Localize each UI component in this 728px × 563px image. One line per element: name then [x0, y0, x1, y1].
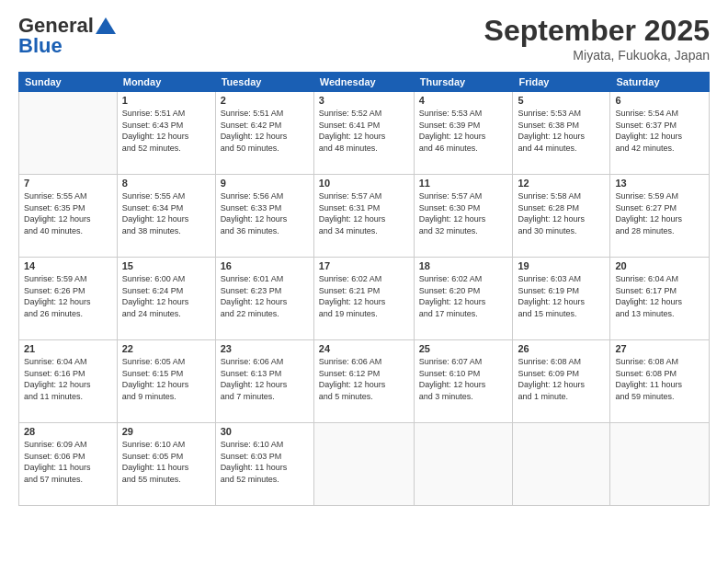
logo-blue: Blue [18, 34, 63, 58]
week-row-2: 14Sunrise: 5:59 AM Sunset: 6:26 PM Dayli… [19, 258, 710, 340]
day-info: Sunrise: 5:56 AM Sunset: 6:33 PM Dayligh… [221, 190, 309, 236]
table-cell [610, 423, 710, 506]
table-cell: 17Sunrise: 6:02 AM Sunset: 6:21 PM Dayli… [313, 258, 414, 340]
day-number: 26 [518, 343, 605, 354]
calendar-table: Sunday Monday Tuesday Wednesday Thursday… [18, 72, 710, 506]
calendar-page: General Blue September 2025 Miyata, Fuku… [0, 0, 728, 563]
day-info: Sunrise: 6:02 AM Sunset: 6:20 PM Dayligh… [419, 273, 508, 319]
table-cell: 28Sunrise: 6:09 AM Sunset: 6:06 PM Dayli… [19, 423, 118, 506]
day-number: 8 [122, 178, 210, 189]
table-cell: 5Sunrise: 5:53 AM Sunset: 6:38 PM Daylig… [513, 92, 610, 175]
table-cell: 24Sunrise: 6:06 AM Sunset: 6:12 PM Dayli… [313, 340, 414, 423]
day-info: Sunrise: 5:55 AM Sunset: 6:35 PM Dayligh… [24, 190, 112, 236]
day-number: 9 [221, 178, 309, 189]
table-cell: 29Sunrise: 6:10 AM Sunset: 6:05 PM Dayli… [117, 423, 215, 506]
table-cell: 3Sunrise: 5:52 AM Sunset: 6:41 PM Daylig… [313, 92, 414, 175]
day-number: 22 [122, 343, 210, 354]
day-number: 24 [319, 343, 409, 354]
header-sunday: Sunday [19, 73, 118, 92]
day-number: 3 [319, 95, 409, 106]
day-info: Sunrise: 6:03 AM Sunset: 6:19 PM Dayligh… [518, 273, 605, 319]
day-number: 12 [518, 178, 605, 189]
week-row-0: 1Sunrise: 5:51 AM Sunset: 6:43 PM Daylig… [19, 92, 710, 175]
week-row-4: 28Sunrise: 6:09 AM Sunset: 6:06 PM Dayli… [19, 423, 710, 506]
day-info: Sunrise: 5:53 AM Sunset: 6:39 PM Dayligh… [419, 108, 508, 154]
table-cell: 26Sunrise: 6:08 AM Sunset: 6:09 PM Dayli… [513, 340, 610, 423]
day-info: Sunrise: 6:06 AM Sunset: 6:12 PM Dayligh… [319, 356, 409, 402]
day-info: Sunrise: 6:09 AM Sunset: 6:06 PM Dayligh… [24, 439, 112, 485]
day-number: 2 [221, 95, 309, 106]
day-info: Sunrise: 5:53 AM Sunset: 6:38 PM Dayligh… [518, 108, 605, 154]
day-info: Sunrise: 6:06 AM Sunset: 6:13 PM Dayligh… [221, 356, 309, 402]
day-number: 25 [419, 343, 508, 354]
day-number: 17 [319, 260, 409, 271]
day-number: 11 [419, 178, 508, 189]
day-number: 7 [24, 178, 112, 189]
month-title: September 2025 [484, 14, 710, 48]
table-cell: 7Sunrise: 5:55 AM Sunset: 6:35 PM Daylig… [19, 175, 118, 258]
day-info: Sunrise: 6:04 AM Sunset: 6:16 PM Dayligh… [24, 356, 112, 402]
day-info: Sunrise: 6:08 AM Sunset: 6:09 PM Dayligh… [518, 356, 605, 402]
day-info: Sunrise: 6:04 AM Sunset: 6:17 PM Dayligh… [615, 273, 704, 319]
title-area: September 2025 Miyata, Fukuoka, Japan [484, 14, 710, 63]
day-number: 30 [221, 426, 309, 437]
header-friday: Friday [513, 73, 610, 92]
day-info: Sunrise: 6:01 AM Sunset: 6:23 PM Dayligh… [221, 273, 309, 319]
day-number: 29 [122, 426, 210, 437]
table-cell: 11Sunrise: 5:57 AM Sunset: 6:30 PM Dayli… [414, 175, 513, 258]
location: Miyata, Fukuoka, Japan [484, 48, 710, 63]
table-cell: 18Sunrise: 6:02 AM Sunset: 6:20 PM Dayli… [414, 258, 513, 340]
week-row-3: 21Sunrise: 6:04 AM Sunset: 6:16 PM Dayli… [19, 340, 710, 423]
table-cell: 27Sunrise: 6:08 AM Sunset: 6:08 PM Dayli… [610, 340, 710, 423]
day-number: 19 [518, 260, 605, 271]
header-monday: Monday [117, 73, 215, 92]
table-cell: 8Sunrise: 5:55 AM Sunset: 6:34 PM Daylig… [117, 175, 215, 258]
day-number: 27 [615, 343, 704, 354]
table-cell: 1Sunrise: 5:51 AM Sunset: 6:43 PM Daylig… [117, 92, 215, 175]
table-cell [513, 423, 610, 506]
table-cell: 20Sunrise: 6:04 AM Sunset: 6:17 PM Dayli… [610, 258, 710, 340]
day-info: Sunrise: 6:00 AM Sunset: 6:24 PM Dayligh… [122, 273, 210, 319]
day-info: Sunrise: 6:07 AM Sunset: 6:10 PM Dayligh… [419, 356, 508, 402]
table-cell: 25Sunrise: 6:07 AM Sunset: 6:10 PM Dayli… [414, 340, 513, 423]
day-number: 16 [221, 260, 309, 271]
day-info: Sunrise: 5:51 AM Sunset: 6:43 PM Dayligh… [122, 108, 210, 154]
svg-marker-0 [96, 17, 116, 34]
day-number: 28 [24, 426, 112, 437]
table-cell: 4Sunrise: 5:53 AM Sunset: 6:39 PM Daylig… [414, 92, 513, 175]
day-number: 4 [419, 95, 508, 106]
day-info: Sunrise: 5:58 AM Sunset: 6:28 PM Dayligh… [518, 190, 605, 236]
day-info: Sunrise: 6:10 AM Sunset: 6:05 PM Dayligh… [122, 439, 210, 485]
day-info: Sunrise: 6:10 AM Sunset: 6:03 PM Dayligh… [221, 439, 309, 485]
week-row-1: 7Sunrise: 5:55 AM Sunset: 6:35 PM Daylig… [19, 175, 710, 258]
day-number: 5 [518, 95, 605, 106]
table-cell: 22Sunrise: 6:05 AM Sunset: 6:15 PM Dayli… [117, 340, 215, 423]
day-info: Sunrise: 6:05 AM Sunset: 6:15 PM Dayligh… [122, 356, 210, 402]
day-number: 21 [24, 343, 112, 354]
table-cell: 14Sunrise: 5:59 AM Sunset: 6:26 PM Dayli… [19, 258, 118, 340]
day-info: Sunrise: 5:54 AM Sunset: 6:37 PM Dayligh… [615, 108, 704, 154]
table-cell: 10Sunrise: 5:57 AM Sunset: 6:31 PM Dayli… [313, 175, 414, 258]
day-info: Sunrise: 5:51 AM Sunset: 6:42 PM Dayligh… [221, 108, 309, 154]
table-cell: 16Sunrise: 6:01 AM Sunset: 6:23 PM Dayli… [215, 258, 313, 340]
day-info: Sunrise: 6:08 AM Sunset: 6:08 PM Dayligh… [615, 356, 704, 402]
day-number: 14 [24, 260, 112, 271]
day-info: Sunrise: 5:55 AM Sunset: 6:34 PM Dayligh… [122, 190, 210, 236]
table-cell [19, 92, 118, 175]
day-number: 10 [319, 178, 409, 189]
day-info: Sunrise: 5:59 AM Sunset: 6:26 PM Dayligh… [24, 273, 112, 319]
header-thursday: Thursday [414, 73, 513, 92]
day-info: Sunrise: 6:02 AM Sunset: 6:21 PM Dayligh… [319, 273, 409, 319]
table-cell: 19Sunrise: 6:03 AM Sunset: 6:19 PM Dayli… [513, 258, 610, 340]
table-cell: 21Sunrise: 6:04 AM Sunset: 6:16 PM Dayli… [19, 340, 118, 423]
table-cell: 23Sunrise: 6:06 AM Sunset: 6:13 PM Dayli… [215, 340, 313, 423]
day-number: 18 [419, 260, 508, 271]
table-cell [414, 423, 513, 506]
table-cell: 30Sunrise: 6:10 AM Sunset: 6:03 PM Dayli… [215, 423, 313, 506]
table-cell: 2Sunrise: 5:51 AM Sunset: 6:42 PM Daylig… [215, 92, 313, 175]
header-saturday: Saturday [610, 73, 710, 92]
table-cell: 15Sunrise: 6:00 AM Sunset: 6:24 PM Dayli… [117, 258, 215, 340]
day-number: 1 [122, 95, 210, 106]
logo-icon [96, 17, 116, 34]
day-info: Sunrise: 5:57 AM Sunset: 6:31 PM Dayligh… [319, 190, 409, 236]
